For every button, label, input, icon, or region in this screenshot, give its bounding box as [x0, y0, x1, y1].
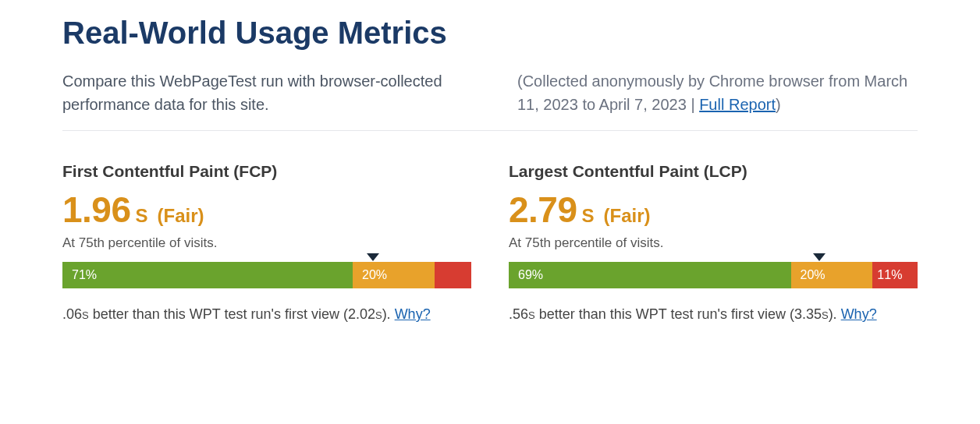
- distribution-bar-fcp: 71% 20%: [62, 262, 471, 288]
- metric-rating-fcp: (Fair): [158, 205, 204, 227]
- metric-title-fcp: First Contentful Paint (FCP): [62, 162, 471, 181]
- cmp-close-fcp: ).: [382, 306, 395, 322]
- cmp-delta-unit-fcp: S: [82, 309, 89, 321]
- cmp-delta-fcp: .06: [62, 306, 82, 322]
- metric-value-line-lcp: 2.79 S (Fair): [509, 189, 918, 231]
- cmp-tail-unit-lcp: S: [822, 309, 829, 321]
- metric-value-lcp: 2.79: [509, 189, 577, 231]
- distribution-bar-lcp: 69% 20% 11%: [509, 262, 918, 288]
- bar-seg-good-label-lcp: 69%: [518, 268, 543, 282]
- why-link-fcp[interactable]: Why?: [395, 306, 431, 322]
- intro-row: Compare this WebPageTest run with browse…: [62, 69, 918, 131]
- bar-seg-good-fcp: 71%: [62, 262, 353, 288]
- bar-seg-poor-label-lcp: 11%: [877, 268, 902, 282]
- bar-seg-ni-lcp: 20%: [791, 262, 873, 288]
- bar-seg-good-label-fcp: 71%: [72, 268, 97, 282]
- metrics-row: First Contentful Paint (FCP) 1.96 S (Fai…: [62, 162, 918, 327]
- compare-row-lcp: .56S better than this WPT test run's fir…: [509, 302, 918, 327]
- metric-card-fcp: First Contentful Paint (FCP) 1.96 S (Fai…: [62, 162, 471, 327]
- cmp-delta-unit-lcp: S: [528, 309, 535, 321]
- full-report-link[interactable]: Full Report: [699, 96, 776, 113]
- metric-unit-lcp: S: [582, 205, 595, 227]
- intro-left-text: Compare this WebPageTest run with browse…: [62, 69, 463, 116]
- cmp-mid-fcp: better than this WPT test run's first vi…: [89, 306, 375, 322]
- why-link-lcp[interactable]: Why?: [841, 306, 877, 322]
- cmp-delta-lcp: .56: [509, 306, 528, 322]
- bar-seg-ni-fcp: 20%: [353, 262, 435, 288]
- bar-seg-ni-label-lcp: 20%: [801, 268, 826, 282]
- metric-card-lcp: Largest Contentful Paint (LCP) 2.79 S (F…: [509, 162, 918, 327]
- cmp-mid-lcp: better than this WPT test run's first vi…: [535, 306, 822, 322]
- metric-rating-lcp: (Fair): [604, 205, 651, 227]
- bar-seg-ni-label-fcp: 20%: [362, 268, 387, 282]
- p75-marker-icon: [813, 253, 826, 261]
- bar-seg-good-lcp: 69%: [509, 262, 791, 288]
- p75-marker-icon: [367, 253, 379, 261]
- metric-value-line-fcp: 1.96 S (Fair): [62, 189, 471, 231]
- bar-seg-poor-lcp: 11%: [872, 262, 918, 288]
- intro-right-text: (Collected anonymously by Chrome browser…: [517, 69, 918, 116]
- metric-value-fcp: 1.96: [62, 189, 131, 231]
- cmp-close-lcp: ).: [829, 306, 841, 322]
- metric-percentile-note-fcp: At 75th percentile of visits.: [62, 235, 471, 251]
- metric-unit-fcp: S: [136, 205, 148, 227]
- bar-seg-poor-fcp: [435, 262, 471, 288]
- page-title: Real-World Usage Metrics: [62, 16, 918, 51]
- compare-row-fcp: .06S better than this WPT test run's fir…: [62, 302, 471, 327]
- cmp-tail-unit-fcp: S: [375, 309, 382, 321]
- metric-percentile-note-lcp: At 75th percentile of visits.: [509, 235, 918, 251]
- metric-title-lcp: Largest Contentful Paint (LCP): [509, 162, 918, 181]
- intro-right-suffix: ): [776, 96, 781, 113]
